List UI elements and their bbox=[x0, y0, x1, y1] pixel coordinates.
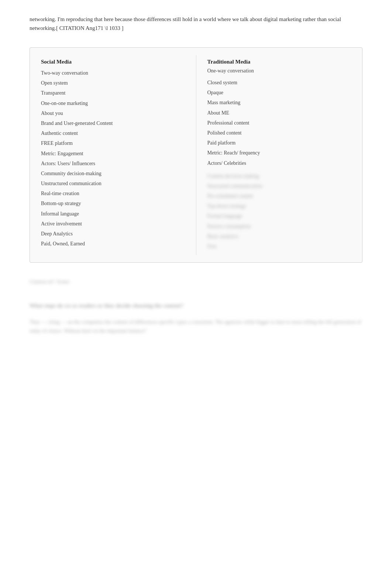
traditional-media-subheader: One-way conversation bbox=[207, 68, 351, 74]
list-item: Two-way conversation bbox=[41, 68, 185, 78]
blurred-list-item: Content decision making bbox=[207, 171, 351, 181]
list-item: Closed system bbox=[207, 78, 351, 88]
list-item: Actors/ Celebrities bbox=[207, 158, 351, 168]
traditional-media-header: Traditional Media bbox=[207, 59, 351, 65]
list-item: Informal language bbox=[41, 209, 185, 219]
blurred-question: What steps do we as readers or they deci… bbox=[30, 301, 362, 311]
traditional-media-column: Traditional Media One-way conversation C… bbox=[196, 55, 362, 255]
list-item: Authentic content bbox=[41, 128, 185, 138]
list-item: Unstructured communication bbox=[41, 178, 185, 188]
list-item: Mass marketing bbox=[207, 98, 351, 108]
blurred-list-item: Basic analytics bbox=[207, 231, 351, 241]
list-item: Real-time creation bbox=[41, 188, 185, 198]
list-item: Actors: Users/ Influencers bbox=[41, 159, 185, 169]
list-item: About you bbox=[41, 108, 185, 118]
blurred-items-section: Content decision making Structured commu… bbox=[207, 171, 351, 252]
list-item: Deep Analytics bbox=[41, 229, 185, 239]
list-item: Bottom-up strategy bbox=[41, 198, 185, 208]
list-item: Polished content bbox=[207, 128, 351, 138]
list-item: Paid, Owned, Earned bbox=[41, 239, 185, 249]
list-item: Professional content bbox=[207, 118, 351, 128]
list-item: One-on-one marketing bbox=[41, 98, 185, 108]
list-item: Paid platform bbox=[207, 138, 351, 148]
list-item: Opaque bbox=[207, 88, 351, 98]
list-item: Brand and User-generated Content bbox=[41, 118, 185, 128]
blurred-list-item: Top-down strategy bbox=[207, 201, 351, 211]
blurred-list-item: Free bbox=[207, 241, 351, 251]
blurred-list-item: Structured communication bbox=[207, 181, 351, 191]
list-item: About ME bbox=[207, 108, 351, 118]
list-item: Transparent bbox=[41, 88, 185, 98]
blurred-list-item: Pre-scheduled content bbox=[207, 191, 351, 201]
social-media-column: Social Media Two-way conversation Open s… bbox=[30, 55, 196, 255]
comparison-table: Social Media Two-way conversation Open s… bbox=[30, 47, 362, 263]
blurred-paragraph: They — citing — on the companies the con… bbox=[30, 318, 362, 336]
blurred-list-item: Formal language bbox=[207, 211, 351, 221]
social-media-items: Two-way conversation Open system Transpa… bbox=[41, 68, 185, 249]
list-item: Community decision-making bbox=[41, 169, 185, 178]
list-item: Active involvement bbox=[41, 219, 185, 229]
blurred-footer: Citation ref / footer bbox=[30, 278, 362, 286]
list-item: Open system bbox=[41, 78, 185, 88]
list-item: Metric: Reach/ frequency bbox=[207, 148, 351, 158]
social-media-header: Social Media bbox=[41, 59, 185, 65]
list-item: FREE platform bbox=[41, 138, 185, 148]
traditional-media-items: Closed system Opaque Mass marketing Abou… bbox=[207, 78, 351, 168]
list-item: Metric: Engagement bbox=[41, 149, 185, 159]
blurred-list-item: Passive consumption bbox=[207, 221, 351, 231]
intro-paragraph: networking. I'm reproducing that here be… bbox=[30, 15, 362, 33]
